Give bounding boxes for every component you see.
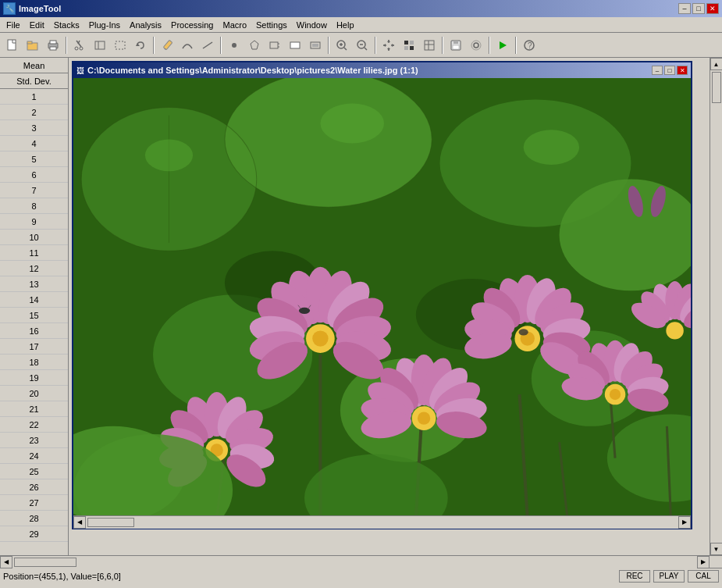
- right-area: 🖼 C:\Documents and Settings\Administrato…: [69, 58, 710, 555]
- svg-rect-40: [425, 41, 434, 50]
- stat-row-29: 29: [0, 526, 68, 542]
- cal-button[interactable]: CAL: [688, 570, 719, 583]
- image-minimize-button[interactable]: –: [652, 66, 663, 75]
- curve-button[interactable]: [178, 36, 197, 55]
- bottom-scroll-track[interactable]: [12, 556, 697, 568]
- menu-analysis[interactable]: Analysis: [125, 19, 166, 31]
- vscroll-up-button[interactable]: ▲: [710, 58, 723, 70]
- menu-stacks[interactable]: Stacks: [49, 19, 84, 31]
- app-icon: 🔧: [3, 2, 16, 15]
- pan-button[interactable]: [379, 36, 398, 55]
- left-panel: Mean Std. Dev. 1 2 3 4 5 6 7 8 9 10 11 1…: [0, 58, 69, 555]
- pencil-button[interactable]: [158, 36, 176, 55]
- prev-button[interactable]: [91, 36, 109, 55]
- point-button[interactable]: [225, 36, 244, 55]
- open-button[interactable]: [23, 36, 42, 55]
- app-vscrollbar[interactable]: ▲ ▼: [710, 58, 722, 555]
- image-title-bar: 🖼 C:\Documents and Settings\Administrato…: [73, 62, 691, 78]
- image-maximize-button[interactable]: □: [664, 66, 675, 75]
- svg-rect-38: [404, 46, 408, 50]
- help-button[interactable]: ?: [520, 36, 539, 55]
- menu-window[interactable]: Window: [292, 19, 332, 31]
- title-bar: 🔧 ImageTool – □ ✕: [0, 0, 722, 17]
- menu-settings[interactable]: Settings: [251, 19, 292, 31]
- roi-button[interactable]: [265, 36, 284, 55]
- menu-plugins[interactable]: Plug-Ins: [84, 19, 125, 31]
- image-title-buttons: – □ ✕: [652, 66, 688, 75]
- title-bar-left: 🔧 ImageTool: [3, 2, 61, 15]
- image-title-left: 🖼 C:\Documents and Settings\Administrato…: [76, 66, 418, 75]
- scroll-left-button[interactable]: ◀: [73, 516, 86, 529]
- stat-row-10: 10: [0, 230, 68, 245]
- rect-button[interactable]: [286, 36, 304, 55]
- sep5: [375, 37, 376, 54]
- svg-marker-35: [392, 44, 394, 47]
- scroll-htrack[interactable]: [86, 516, 678, 529]
- vscroll-down-button[interactable]: ▼: [710, 543, 723, 555]
- select2-button[interactable]: [306, 36, 325, 55]
- svg-line-7: [78, 41, 80, 44]
- select-rect-button[interactable]: [111, 36, 130, 55]
- menu-edit[interactable]: Edit: [25, 19, 49, 31]
- svg-rect-45: [453, 45, 459, 49]
- svg-point-140: [610, 389, 621, 400]
- svg-marker-18: [251, 41, 258, 49]
- svg-point-148: [666, 322, 683, 339]
- image-close-button[interactable]: ✕: [677, 66, 688, 75]
- title-buttons: – □ ✕: [678, 3, 719, 14]
- save-button[interactable]: [446, 36, 465, 55]
- polygon-button[interactable]: [245, 36, 264, 55]
- stat-row-25: 25: [0, 464, 68, 479]
- svg-point-47: [471, 41, 481, 50]
- vscroll-thumb[interactable]: [712, 72, 721, 103]
- zoom-in-button[interactable]: [333, 36, 351, 55]
- bottom-scroll-right[interactable]: ▶: [697, 556, 710, 568]
- water-lilies-image: [73, 78, 691, 515]
- svg-point-9: [80, 47, 83, 50]
- close-button[interactable]: ✕: [706, 3, 719, 14]
- vscroll-track[interactable]: [710, 70, 723, 543]
- svg-rect-12: [116, 41, 125, 49]
- bottom-scrollbar[interactable]: ◀ ▶: [0, 555, 722, 568]
- undo-button[interactable]: [131, 36, 150, 55]
- svg-point-152: [320, 103, 384, 143]
- scroll-right-button[interactable]: ▶: [678, 516, 691, 529]
- menu-processing[interactable]: Processing: [166, 19, 218, 31]
- play-status-button[interactable]: PLAY: [653, 570, 685, 583]
- menu-help[interactable]: Help: [332, 19, 359, 31]
- print-button[interactable]: [44, 36, 62, 55]
- image-window: 🖼 C:\Documents and Settings\Administrato…: [72, 61, 692, 529]
- stat-row-19: 19: [0, 370, 68, 386]
- stat-row-14: 14: [0, 292, 68, 308]
- cut-button[interactable]: [70, 36, 89, 55]
- svg-point-102: [519, 329, 528, 335]
- status-buttons: REC PLAY CAL: [619, 570, 719, 583]
- new-button[interactable]: [3, 36, 22, 55]
- settings-button[interactable]: [467, 36, 485, 55]
- rec-button[interactable]: REC: [619, 570, 650, 583]
- minimize-button[interactable]: –: [678, 3, 691, 14]
- stat-row-28: 28: [0, 511, 68, 526]
- scroll-hthumb[interactable]: [87, 518, 134, 527]
- menu-macro[interactable]: Macro: [218, 19, 251, 31]
- zoom-out-button[interactable]: [353, 36, 372, 55]
- sep6: [442, 37, 443, 54]
- image-hscrollbar[interactable]: ◀ ▶: [73, 515, 691, 528]
- grid-button[interactable]: [420, 36, 439, 55]
- maximize-button[interactable]: □: [692, 3, 705, 14]
- stat-row-17: 17: [0, 339, 68, 355]
- svg-rect-0: [8, 40, 16, 50]
- svg-line-30: [365, 48, 367, 50]
- image-window-icon: 🖼: [76, 66, 84, 75]
- stat-row-16: 16: [0, 323, 68, 339]
- image-title-text: C:\Documents and Settings\Administrator\…: [87, 66, 418, 75]
- status-bar: Position=(455,1), Value=[6,6,0] REC PLAY…: [0, 568, 722, 583]
- bottom-scroll-thumb[interactable]: [14, 558, 76, 567]
- pixel-button[interactable]: [400, 36, 418, 55]
- stat-row-12: 12: [0, 261, 68, 276]
- menu-file[interactable]: File: [2, 19, 25, 31]
- line-button[interactable]: [198, 36, 217, 55]
- stat-row-27: 27: [0, 495, 68, 511]
- bottom-scroll-left[interactable]: ◀: [0, 556, 12, 568]
- play-button[interactable]: [493, 36, 512, 55]
